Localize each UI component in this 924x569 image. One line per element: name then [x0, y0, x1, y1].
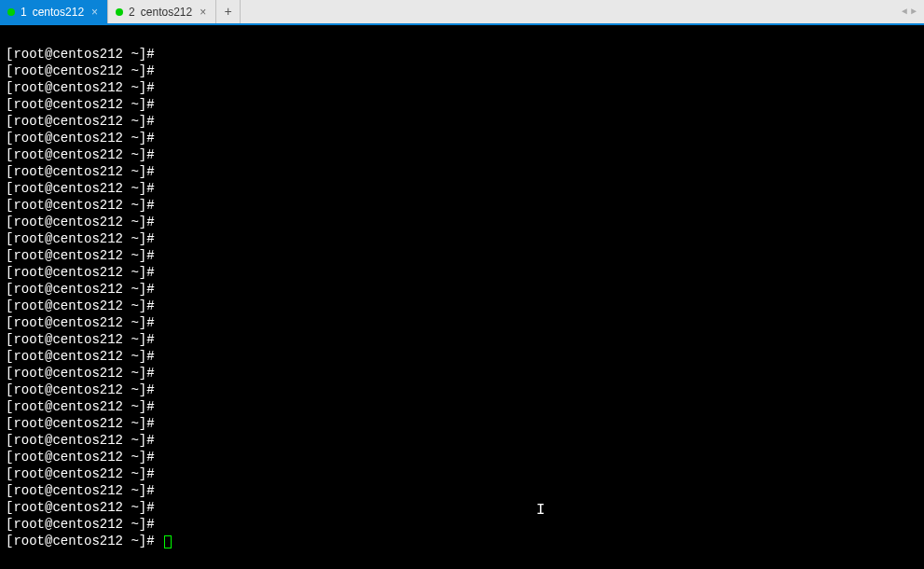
prompt-line: [root@centos212 ~]# — [6, 432, 918, 449]
prompt-line: [root@centos212 ~]# — [6, 499, 918, 516]
prompt-line: [root@centos212 ~]# — [6, 130, 918, 146]
prompt-line: [root@centos212 ~]# — [6, 264, 918, 281]
prompt-line: [root@centos212 ~]# — [6, 247, 918, 264]
prompt-line: [root@centos212 ~]# — [6, 365, 918, 382]
tab-nav-right-icon[interactable]: ► — [911, 7, 917, 17]
tab-index: 2 — [129, 6, 135, 19]
prompt-line: [root@centos212 ~]# — [6, 96, 918, 113]
prompt-line: [root@centos212 ~]# — [6, 113, 918, 130]
tab-bar: 1 centos212 × 2 centos212 × + ◄ ► — [0, 0, 924, 25]
tab-nav-left-icon[interactable]: ◄ — [902, 7, 907, 17]
tab-2[interactable]: 2 centos212 × — [108, 0, 216, 23]
prompt-line: [root@centos212 ~]# — [6, 180, 918, 197]
prompt-line: [root@centos212 ~]# — [6, 314, 918, 331]
status-dot-icon — [116, 8, 123, 16]
prompt-line: [root@centos212 ~]# — [6, 482, 918, 499]
status-dot-icon — [7, 8, 15, 16]
prompt-line: [root@centos212 ~]# — [6, 163, 918, 180]
prompt-line: [root@centos212 ~]# — [6, 146, 918, 163]
prompt-line: [root@centos212 ~]# — [6, 398, 918, 415]
tab-label: centos212 — [141, 6, 192, 19]
prompt-line: [root@centos212 ~]# — [6, 197, 918, 214]
prompt-line: [root@centos212 ~]# — [6, 62, 918, 79]
prompt-line: [root@centos212 ~]# — [6, 46, 918, 62]
tab-1[interactable]: 1 centos212 × — [0, 0, 108, 23]
prompt-line: [root@centos212 ~]# — [6, 465, 918, 482]
prompt-line: [root@centos212 ~]# — [6, 348, 918, 365]
prompt-line: [root@centos212 ~]# — [6, 415, 918, 432]
prompt-line: [root@centos212 ~]# — [6, 382, 918, 398]
close-icon[interactable]: × — [90, 7, 100, 18]
prompt-line: [root@centos212 ~]# — [6, 214, 918, 230]
new-tab-button[interactable]: + — [216, 0, 241, 23]
prompt-line: [root@centos212 ~]# — [6, 298, 918, 314]
prompt-line: [root@centos212 ~]# — [6, 281, 918, 298]
prompt-line: [root@centos212 ~]# — [6, 449, 918, 465]
tab-nav: ◄ ► — [894, 0, 924, 23]
close-icon[interactable]: × — [198, 7, 208, 18]
tab-index: 1 — [21, 6, 27, 19]
prompt-line: [root@centos212 ~]# — [6, 230, 918, 247]
tab-label: centos212 — [33, 6, 84, 19]
prompt-line: [root@centos212 ~]# — [6, 331, 918, 348]
prompt-line: [root@centos212 ~]# — [6, 533, 918, 549]
terminal-cursor — [164, 535, 172, 548]
prompt-line: [root@centos212 ~]# — [6, 79, 918, 96]
prompt-line: [root@centos212 ~]# — [6, 516, 918, 533]
terminal[interactable]: [root@centos212 ~]# [root@centos212 ~]# … — [0, 25, 924, 569]
